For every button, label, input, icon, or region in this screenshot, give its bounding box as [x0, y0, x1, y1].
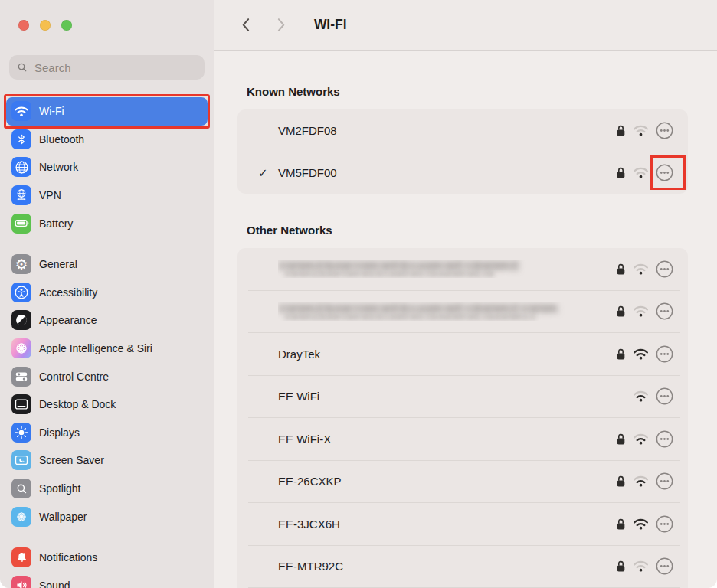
network-row-ee-wifi[interactable]: EE WiFi [237, 376, 688, 418]
lock-icon [615, 433, 626, 446]
row-trailing-icons [615, 515, 673, 533]
lock-icon [615, 518, 626, 531]
search-input[interactable] [33, 60, 198, 75]
more-options-button[interactable] [656, 345, 673, 363]
sidebar-item-label: VPN [39, 189, 61, 201]
network-row-ee-wifi-x[interactable]: EE WiFi-X [237, 418, 688, 460]
sidebar-item-control-centre[interactable]: Control Centre [6, 362, 208, 390]
main-pane: Wi-Fi Known NetworksVM2FDF08✓VM5FDF00Oth… [214, 0, 717, 588]
network-name: EE WiFi [278, 390, 615, 403]
sidebar-item-label: Notifications [39, 551, 97, 564]
close-button[interactable] [18, 20, 29, 31]
header: Wi-Fi [214, 0, 717, 51]
network-row-vm5fdf00[interactable]: ✓VM5FDF00 [237, 152, 688, 194]
sidebar-group: NotificationsSound [6, 544, 208, 588]
search-field[interactable] [9, 55, 205, 80]
zoom-button[interactable] [61, 20, 72, 31]
more-options-button[interactable] [656, 430, 673, 448]
sidebar-item-wallpaper[interactable]: Wallpaper [6, 502, 208, 531]
window-controls [0, 0, 214, 31]
redacted-network-name: XWMKEBAWXMKWEBXAMKWEXBWMKEXWMKXWMKEBAWXM… [278, 302, 615, 321]
more-options-button[interactable] [656, 515, 673, 533]
lock-icon [615, 124, 626, 137]
sidebar-item-network[interactable]: Network [6, 153, 208, 181]
network-row-ee-mtr92c[interactable]: EE-MTR92C [237, 546, 688, 588]
network-row-redacted[interactable]: XWMKEBAWXMKWEBXAMKWEXBWMKEXWMKXWMKEBAWXM… [237, 291, 688, 333]
more-options-button[interactable] [656, 387, 673, 405]
lock-icon [615, 305, 626, 318]
row-trailing-icons [615, 302, 673, 320]
sidebar-item-accessibility[interactable]: Accessibility [6, 279, 208, 307]
speaker-icon [11, 576, 31, 588]
more-options-button[interactable] [656, 164, 673, 181]
wifi-signal-icon [633, 124, 649, 137]
sidebar-item-label: Bluetooth [39, 133, 84, 145]
network-list-card: XWMKEBAWXMKWEBXAMKWEXBWMKEXWMKEBAWXMKWEB… [237, 248, 688, 588]
network-row-vm2fdf08[interactable]: VM2FDF08 [237, 109, 688, 152]
network-row-draytek[interactable]: DrayTek [237, 333, 688, 375]
section-title-other-networks: Other Networks [247, 224, 688, 237]
wifi-signal-icon [633, 390, 649, 403]
sidebar-item-label: Wi-Fi [39, 105, 64, 117]
network-list-card: VM2FDF08✓VM5FDF00 [237, 109, 688, 194]
network-name: DrayTek [278, 348, 615, 361]
more-options-button[interactable] [656, 260, 673, 278]
sidebar-item-label: Spotlight [39, 482, 80, 495]
sidebar-item-label: Displays [39, 426, 80, 439]
sidebar-item-bluetooth[interactable]: Bluetooth [6, 126, 208, 154]
more-options-button[interactable] [656, 557, 673, 575]
settings-content: Known NetworksVM2FDF08✓VM5FDF00Other Net… [214, 51, 717, 588]
sidebar-item-sound[interactable]: Sound [6, 572, 208, 588]
row-trailing-icons [615, 557, 673, 575]
sidebar-item-apple-intelligence-siri[interactable]: Apple Intelligence & Siri [6, 335, 208, 363]
sidebar-item-spotlight[interactable]: Spotlight [6, 475, 208, 503]
sidebar-item-battery[interactable]: Battery [6, 209, 208, 237]
sidebar-item-label: Appearance [39, 314, 97, 326]
sidebar-item-label: General [39, 258, 77, 270]
sidebar-item-wi-fi[interactable]: Wi-Fi [6, 97, 208, 126]
globe-icon [11, 157, 31, 177]
minimize-button[interactable] [40, 20, 51, 31]
wifi-signal-icon [633, 263, 649, 276]
network-row-ee-26cxkp[interactable]: EE-26CXKP [237, 461, 688, 503]
sidebar-item-label: Battery [39, 217, 73, 230]
chevron-left-icon[interactable] [237, 15, 253, 36]
appearance-icon [11, 310, 31, 330]
more-options-button[interactable] [656, 302, 673, 320]
redacted-text-line: XWMKEBAWXMKWEBXAMKWEXBAWMKWEXB [284, 270, 615, 278]
desktop-dock-icon [11, 394, 31, 414]
sidebar-item-desktop-dock[interactable]: Desktop & Dock [6, 390, 208, 419]
sun-icon [11, 423, 31, 443]
control-centre-icon [11, 367, 31, 387]
network-row-redacted[interactable]: XWMKEBAWXMKWEBXAMKWEXBWMKEXWMKEBAWXMKWEB… [237, 248, 688, 290]
sidebar-item-label: Network [39, 161, 78, 173]
network-name: EE-MTR92C [278, 560, 615, 573]
chevron-right-icon[interactable] [273, 15, 289, 36]
sidebar-item-general[interactable]: ⚙General [6, 250, 208, 279]
sidebar-item-label: Desktop & Dock [39, 398, 116, 410]
system-settings-window: Wi-FiBluetoothNetworkVPNBattery⚙GeneralA… [0, 0, 717, 588]
network-name: VM2FDF08 [278, 124, 615, 137]
wifi-signal-icon [633, 518, 649, 531]
row-trailing-icons [615, 430, 673, 448]
sidebar-item-vpn[interactable]: VPN [6, 181, 208, 210]
sidebar-item-label: Apple Intelligence & Siri [39, 342, 152, 354]
sidebar-item-label: Wallpaper [39, 511, 87, 523]
more-options-button[interactable] [656, 472, 673, 490]
sidebar-item-screen-saver[interactable]: Screen Saver [6, 446, 208, 475]
lock-icon [615, 263, 626, 276]
page-title: Wi-Fi [314, 17, 347, 33]
sidebar-item-appearance[interactable]: Appearance [6, 306, 208, 335]
vpn-globe-icon [11, 185, 31, 205]
network-row-ee-3jcx6h[interactable]: EE-3JCX6H [237, 503, 688, 545]
search-icon [16, 61, 28, 74]
bluetooth-icon [11, 129, 31, 149]
sidebar-item-displays[interactable]: Displays [6, 419, 208, 447]
sidebar-item-notifications[interactable]: Notifications [6, 544, 208, 572]
gear-icon: ⚙ [11, 254, 31, 274]
accessibility-icon [11, 283, 31, 302]
sidebar-item-label: Screen Saver [39, 454, 104, 466]
wifi-signal-icon [633, 433, 649, 446]
more-options-button[interactable] [656, 122, 673, 139]
wifi-signal-icon [633, 560, 649, 573]
